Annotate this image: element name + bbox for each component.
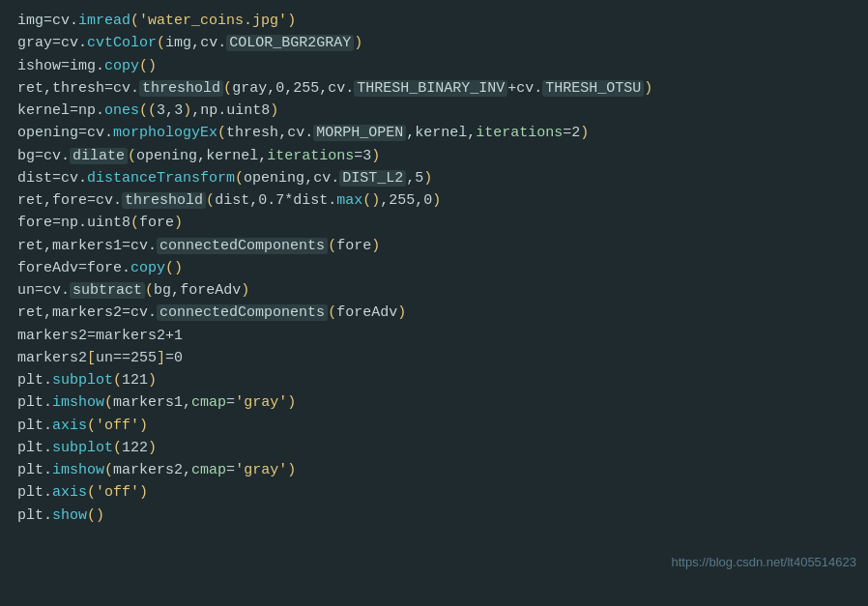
watermark-text: https://blog.csdn.net/lt405514623	[671, 553, 856, 572]
code-line: plt.subplot(122)	[17, 437, 851, 459]
code-line: markers2[un==255]=0	[17, 347, 851, 369]
code-line: dist=cv.distanceTransform(opening,cv.DIS…	[17, 167, 851, 189]
code-line: ret,thresh=cv.threshold(gray,0,255,cv.TH…	[17, 77, 851, 100]
code-editor: img=cv.imread('water_coins.jpg')gray=cv.…	[0, 0, 868, 580]
code-line: markers2=markers2+1	[17, 325, 851, 347]
code-line: plt.show()	[17, 505, 851, 527]
code-line: plt.axis('off')	[17, 415, 851, 437]
code-line: img=cv.imread('water_coins.jpg')	[17, 10, 851, 32]
code-line: ret,fore=cv.threshold(dist,0.7*dist.max(…	[17, 189, 851, 212]
code-line: foreAdv=fore.copy()	[17, 257, 851, 279]
code-line: plt.imshow(markers2,cmap='gray')	[17, 459, 851, 481]
code-line: opening=cv.morphologyEx(thresh,cv.MORPH_…	[17, 122, 851, 144]
code-line: fore=np.uint8(fore)	[17, 212, 851, 234]
code-line: ishow=img.copy()	[17, 55, 851, 77]
code-line: gray=cv.cvtColor(img,cv.COLOR_BGR2GRAY)	[17, 32, 851, 54]
code-line: bg=cv.dilate(opening,kernel,iterations=3…	[17, 145, 851, 167]
code-line: kernel=np.ones((3,3),np.uint8)	[17, 100, 851, 122]
code-line: plt.axis('off')	[17, 481, 851, 504]
code-line: plt.subplot(121)	[17, 369, 851, 391]
code-content: img=cv.imread('water_coins.jpg')gray=cv.…	[17, 10, 851, 527]
code-line: ret,markers1=cv.connectedComponents(fore…	[17, 235, 851, 257]
code-line: un=cv.subtract(bg,foreAdv)	[17, 279, 851, 302]
code-line: plt.imshow(markers1,cmap='gray')	[17, 391, 851, 414]
code-line: ret,markers2=cv.connectedComponents(fore…	[17, 302, 851, 324]
